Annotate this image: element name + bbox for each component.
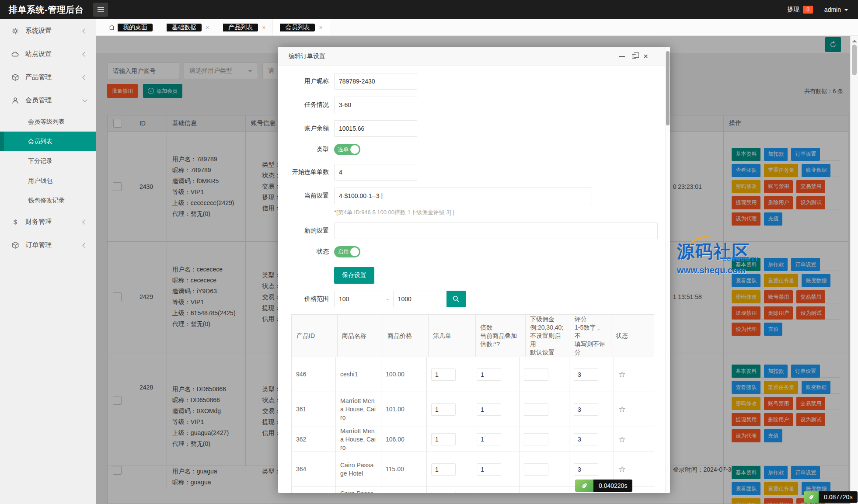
balance-input[interactable] <box>334 120 417 137</box>
chevron-icon <box>82 243 87 247</box>
minimize-icon[interactable] <box>619 56 625 57</box>
admin-menu[interactable]: admin <box>824 6 848 13</box>
multiplier-input[interactable] <box>477 433 501 445</box>
star-icon[interactable]: ☆ <box>618 370 626 379</box>
leaf-icon <box>804 491 819 503</box>
rating-input[interactable] <box>574 492 598 493</box>
start-count-input[interactable] <box>334 164 417 181</box>
tab-label: 基础数据 <box>167 24 202 31</box>
sidebar-item[interactable]: 下分记录 <box>0 151 96 171</box>
commission-input[interactable] <box>524 403 548 416</box>
modal-body: 用户昵称 任务情况 账户余额 类型 连单 开始连单单数 <box>278 66 670 493</box>
tab[interactable]: 基础数据 × <box>160 19 216 35</box>
product-header-cell: 商品价格 <box>383 315 428 357</box>
product-id: 946 <box>292 357 335 392</box>
scrollbar-thumb[interactable] <box>852 45 857 75</box>
commission-input[interactable] <box>524 368 548 381</box>
maximize-icon[interactable] <box>632 54 636 59</box>
sidebar-item-label: 用户钱包 <box>28 177 52 185</box>
order-number-input[interactable] <box>431 433 456 445</box>
sidebar: 系统设置 站点设置 产品管理 会员管理 会员等级列表 会员列表 <box>0 19 96 504</box>
sidebar-item[interactable]: 会员管理 <box>0 89 96 112</box>
search-button[interactable] <box>446 291 466 307</box>
rating-input[interactable] <box>574 403 598 416</box>
product-row: 361 Marriott Mena House, Cairo 101.00 ☆ <box>292 392 654 427</box>
sidebar-item[interactable]: 财务管理 <box>0 210 96 233</box>
multiplier-input[interactable] <box>477 368 501 381</box>
product-id: 362 <box>292 427 335 452</box>
commission-input[interactable] <box>524 492 548 493</box>
order-number-input[interactable] <box>431 463 456 476</box>
order-number-input[interactable] <box>431 492 456 493</box>
watermark-subtitle: COMMUNITY <box>722 256 759 262</box>
current-setting-input[interactable] <box>334 188 592 204</box>
close-icon[interactable]: × <box>206 24 209 31</box>
sidebar-item-label: 下分记录 <box>28 157 52 165</box>
page-scrollbar[interactable] <box>850 35 858 504</box>
sidebar-item[interactable]: 订单管理 <box>0 233 96 257</box>
tab[interactable]: 会员列表 × <box>272 19 330 35</box>
task-label: 任务情况 <box>289 101 329 109</box>
star-icon[interactable]: ☆ <box>618 435 626 444</box>
sidebar-item-icon <box>11 50 19 58</box>
type-toggle[interactable]: 连单 <box>334 144 360 155</box>
scroll-up-icon[interactable] <box>852 37 857 42</box>
leaf-icon <box>575 480 593 492</box>
close-icon[interactable]: × <box>319 24 322 31</box>
sidebar-item[interactable]: 会员列表 <box>0 132 96 151</box>
status-label: 状态 <box>289 248 329 256</box>
modal-load-timer: 0.040220s <box>575 480 632 492</box>
status-toggle[interactable]: 启用 <box>334 246 360 257</box>
close-icon[interactable]: × <box>643 52 648 60</box>
save-settings-button[interactable]: 保存设置 <box>334 267 374 284</box>
sidebar-item-icon <box>11 27 19 35</box>
product-name: ceshi1 <box>335 357 381 392</box>
star-icon[interactable]: ☆ <box>618 465 626 473</box>
product-price: 115.00 <box>381 452 426 487</box>
sidebar-item-label: 站点设置 <box>25 50 52 58</box>
sidebar-item[interactable]: 系统设置 <box>0 19 96 42</box>
price-max-input[interactable] <box>393 291 441 307</box>
tab[interactable]: 产品列表 × <box>216 19 272 35</box>
sidebar-item[interactable]: 产品管理 <box>0 66 96 89</box>
rating-input[interactable] <box>574 368 598 381</box>
commission-input[interactable] <box>524 463 548 476</box>
task-input[interactable] <box>334 97 417 113</box>
modal-scrollbar[interactable] <box>665 48 670 492</box>
app-screen: 排单系统-管理后台 提现 0 admin 系统设置 站点设置 <box>0 0 858 504</box>
rating-input[interactable] <box>574 433 598 445</box>
product-row: 362 Marriott Mena House, Cairo 106.00 ☆ <box>292 427 654 452</box>
nickname-input[interactable] <box>334 73 417 90</box>
sidebar-item[interactable]: 会员等级列表 <box>0 112 96 132</box>
commission-input[interactable] <box>524 433 548 445</box>
product-price: 100.00 <box>381 357 426 392</box>
sidebar-item-icon <box>11 241 19 249</box>
multiplier-input[interactable] <box>477 463 501 476</box>
product-row: 946 ceshi1 100.00 ☆ <box>292 357 654 392</box>
tab[interactable]: 我的桌面 <box>101 19 160 35</box>
modal-scrollbar-thumb[interactable] <box>666 51 670 125</box>
order-number-input[interactable] <box>431 403 456 416</box>
multiplier-input[interactable] <box>477 403 501 416</box>
rating-input[interactable] <box>574 463 598 476</box>
product-header-cell: 第几单 <box>428 315 475 357</box>
timer-value: 0.087720s <box>819 491 858 503</box>
hamburger-menu-icon[interactable] <box>93 3 108 17</box>
star-icon[interactable]: ☆ <box>618 405 626 414</box>
product-header-cell: 商品名称 <box>337 315 383 357</box>
product-name: Marriott Mena House, Cairo <box>335 392 381 427</box>
tab-label: 产品列表 <box>223 24 258 31</box>
product-name: Marriott Mena House, Cairo <box>335 427 381 452</box>
price-min-input[interactable] <box>334 291 382 307</box>
edit-order-settings-modal: 编辑订单设置 × 用户昵称 任务情况 账户余额 类型 <box>278 47 670 493</box>
sidebar-item[interactable]: 用户钱包 <box>0 171 96 191</box>
close-icon[interactable]: × <box>262 24 265 31</box>
multiplier-input[interactable] <box>477 492 501 493</box>
product-name: Cairo Passage Hotel <box>335 487 381 493</box>
sidebar-item[interactable]: 站点设置 <box>0 42 96 66</box>
caret-down-icon <box>844 9 848 13</box>
new-setting-input[interactable] <box>334 222 658 239</box>
withdraw-menu[interactable]: 提现 0 <box>787 6 813 14</box>
sidebar-item[interactable]: 钱包修改记录 <box>0 191 96 210</box>
order-number-input[interactable] <box>431 368 456 381</box>
